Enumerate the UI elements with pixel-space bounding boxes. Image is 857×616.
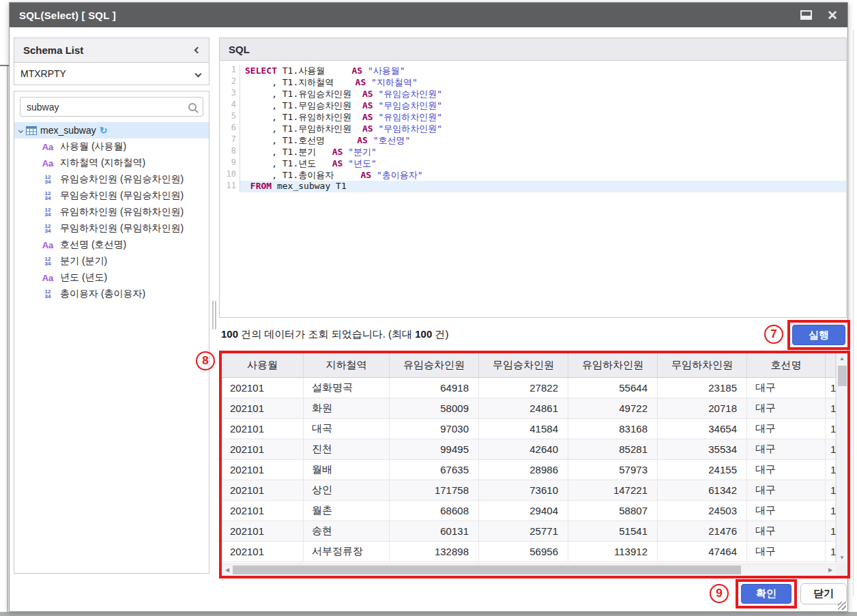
horizontal-scroll-thumb[interactable] [233, 566, 741, 574]
line-number: 8 [220, 146, 240, 158]
tree-column-item[interactable]: 1234무임승차인원 (무임승차인원) [14, 188, 209, 204]
tree-expand-icon[interactable] [18, 128, 23, 132]
result-table-cell: 1 [826, 378, 836, 398]
schema-select[interactable]: MTXRPTY [14, 62, 209, 85]
tree-column-item[interactable]: 1234무임하차인원 (무임하차인원) [14, 220, 209, 237]
result-table-header-cell[interactable]: 호선명 [747, 353, 826, 378]
sql-panel-header: SQL [220, 38, 846, 61]
result-table-cell: 202101 [222, 439, 304, 460]
annotation-box-execute: 실행 [787, 320, 850, 350]
restore-icon[interactable] [800, 10, 812, 20]
schema-search-box [20, 97, 203, 117]
result-table-row[interactable]: 202101대곡97030415848316834654대구1 [222, 419, 836, 439]
code-line: 8 , T1.분기 AS "분기" [220, 146, 846, 158]
tree-column-item[interactable]: Aa지하철역 (지하철역) [14, 155, 209, 171]
scroll-down-icon[interactable]: ▼ [837, 553, 847, 563]
result-table-cell: 월촌 [304, 501, 390, 521]
result-table-cell: 대구 [747, 521, 826, 542]
line-number: 4 [220, 100, 240, 111]
search-icon[interactable] [188, 103, 197, 111]
tree-column-item[interactable]: 1234유임승차인원 (유임승차인원) [14, 171, 209, 188]
result-table-cell: 21476 [658, 521, 747, 542]
text-column-icon: Aa [42, 273, 54, 283]
result-table-row[interactable]: 202101월배67635289865797324155대구1 [222, 460, 836, 480]
result-table-header-row: 사용월지하철역유임승차인원무임승차인원유임하차인원무임하차인원호선명 [222, 353, 836, 378]
tree-column-item[interactable]: 1234총이용자 (총이용자) [14, 286, 209, 302]
number-column-icon: 1234 [42, 191, 54, 201]
result-table-header-cell[interactable]: 유임승차인원 [390, 353, 479, 378]
code-line: 1SELECT T1.사용월 AS "사용월" [220, 65, 846, 76]
result-table-header-cell[interactable]: 무임승차인원 [479, 353, 568, 378]
dialog-titlebar[interactable]: SQL(Select) [ SQL ] ✕ [10, 3, 847, 27]
close-icon[interactable]: ✕ [827, 9, 838, 22]
line-number: 1 [220, 65, 240, 76]
result-table-header-cell[interactable]: 무임하차인원 [658, 353, 747, 378]
resize-grip[interactable] [838, 602, 846, 610]
result-table-row[interactable]: 202101월촌68608294045880724503대구1 [222, 501, 836, 521]
code-line: 5 , T1.유임하차인원 AS "유임하차인원" [220, 111, 846, 123]
result-table-header-cell[interactable]: 지하철역 [304, 353, 390, 378]
result-table-cell: 202101 [222, 398, 304, 419]
result-table-cell: 송현 [304, 521, 390, 542]
result-table-cell: 28986 [479, 460, 568, 480]
result-table-cell: 83168 [568, 419, 658, 439]
scroll-right-icon[interactable]: ▶ [825, 564, 836, 576]
code-line: 10 , T1.총이용자 AS "총이용자" [220, 169, 846, 181]
background-window-edge [853, 30, 854, 596]
result-table-cell: 55644 [568, 378, 658, 398]
execute-button[interactable]: 실행 [792, 325, 845, 345]
result-table-row[interactable]: 202101화원58009248614972220718대구1 [222, 398, 836, 419]
table-name: mex_subway [40, 125, 96, 136]
result-table-cell: 49722 [568, 398, 658, 419]
result-table-cell: 대구 [747, 378, 826, 398]
result-table-cell: 1 [826, 480, 836, 501]
horizontal-scrollbar[interactable]: ◀ ▶ [222, 563, 836, 576]
code-line: 3 , T1.유임승차인원 AS "유임승차인원" [220, 88, 846, 100]
dialog-title: SQL(Select) [ SQL ] [19, 10, 116, 21]
collapse-panel-icon[interactable] [194, 47, 201, 54]
tree-column-item[interactable]: 1234분기 (분기) [14, 253, 209, 269]
result-table-header-cell[interactable]: 유임하차인원 [568, 353, 658, 378]
ok-button[interactable]: 확인 [741, 584, 791, 604]
result-table-row[interactable]: 202101송현60131257715154121476대구1 [222, 521, 836, 542]
result-table-header-cell[interactable]: 사용월 [222, 353, 304, 378]
tree-column-label: 무임하차인원 (무임하차인원) [60, 222, 184, 235]
result-table-row[interactable]: 202101진천99495426408528135534대구1 [222, 439, 836, 460]
result-table-row[interactable]: 202101서부정류장1328985695611391247464대구1 [222, 542, 836, 562]
schema-list-header: Schema List [14, 38, 209, 63]
scroll-up-icon[interactable]: ▲ [837, 353, 847, 364]
result-table-cell: 20718 [658, 398, 747, 419]
result-table-row[interactable]: 202101설화명곡64918278225564423185대구1 [222, 378, 836, 398]
panel-splitter[interactable] [212, 301, 217, 329]
sql-code-editor[interactable]: 1SELECT T1.사용월 AS "사용월"2 , T1.지하철역 AS "지… [220, 61, 846, 317]
tree-column-item[interactable]: Aa호선명 (호선명) [14, 237, 209, 253]
refresh-icon[interactable]: ↻ [100, 126, 108, 135]
result-table-cell: 47464 [658, 542, 747, 562]
scroll-left-icon[interactable]: ◀ [222, 564, 233, 576]
result-table-cell: 대구 [747, 480, 826, 501]
tree-table-row[interactable]: mex_subway ↻ [14, 122, 209, 138]
tree-column-label: 무임승차인원 (무임승차인원) [60, 190, 184, 202]
schema-search-input[interactable] [27, 102, 188, 113]
tree-column-item[interactable]: Aa년도 (년도) [14, 269, 209, 286]
result-grid: 사용월지하철역유임승차인원무임승차인원유임하차인원무임하차인원호선명202101… [222, 353, 836, 563]
result-table-cell: 24861 [479, 398, 568, 419]
result-table-cell: 132898 [390, 542, 479, 562]
tree-column-item[interactable]: Aa사용월 (사용월) [14, 138, 209, 155]
result-table-cell: 월배 [304, 460, 390, 480]
result-table-cell: 34654 [658, 419, 747, 439]
result-table-cell: 64918 [390, 378, 479, 398]
tree-column-item[interactable]: 1234유임하차인원 (유임하차인원) [14, 204, 209, 220]
result-table-header-cell[interactable] [826, 353, 836, 378]
result-table-cell: 35534 [658, 439, 747, 460]
vertical-scrollbar[interactable]: ▲ ▼ [836, 353, 847, 563]
result-table-cell: 상인 [304, 480, 390, 501]
line-number: 10 [220, 169, 240, 181]
text-column-icon: Aa [42, 142, 54, 152]
tree-column-label: 유임하차인원 (유임하차인원) [60, 206, 184, 218]
result-table-cell: 113912 [568, 542, 658, 562]
result-table-cell: 1 [826, 460, 836, 480]
result-table-row[interactable]: 202101상인1717587361014722161342대구1 [222, 480, 836, 501]
vertical-scroll-thumb[interactable] [838, 366, 847, 386]
result-table-cell: 202101 [222, 419, 304, 439]
